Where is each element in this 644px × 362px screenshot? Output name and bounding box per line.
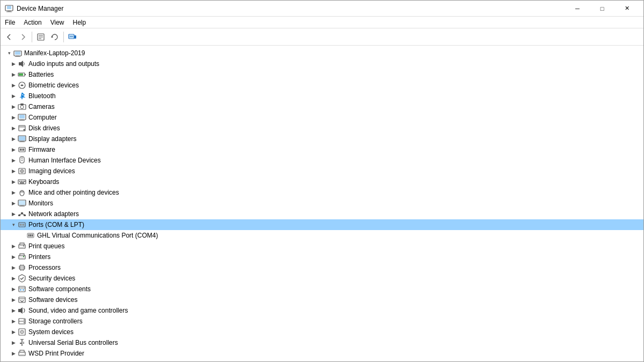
svg-rect-20 [19,73,23,76]
icon-batteries [18,70,26,79]
tree-root[interactable]: ▾ Manifex-Laptop-2019 [1,48,643,58]
update-icon [50,33,59,41]
expand-ports[interactable]: ▾ [9,220,18,229]
tree-item-ports-child1[interactable]: GHL Virtual Communications Port (COM4) [1,230,643,241]
svg-rect-70 [30,234,31,237]
expand-security[interactable]: ▶ [9,274,18,283]
expand-network[interactable]: ▶ [9,210,18,218]
tree-item-wsd[interactable]: ▶WSD Print Provider [1,348,643,359]
tree-item-keyboards[interactable]: ▶Keyboards [1,176,643,187]
menu-view[interactable]: View [46,17,69,28]
back-button[interactable] [3,31,16,43]
icon-softwarecomp [18,285,26,293]
tree-item-system[interactable]: ▶System devices [1,327,643,337]
tree-item-hid[interactable]: ▶Human Interface Devices [1,155,643,166]
icon-hid [18,156,26,165]
expand-wsd[interactable]: ▶ [9,349,18,358]
menu-bar: File Action View Help [1,17,643,28]
label-hid: Human Interface Devices [28,157,101,164]
tree-item-batteries[interactable]: ▶Batteries [1,69,643,80]
tree-item-cameras[interactable]: ▶Cameras [1,101,643,112]
tree-item-monitors[interactable]: ▶Monitors [1,198,643,209]
expand-ports-child1[interactable] [18,231,26,240]
tree-item-firmware[interactable]: ▶Firmware [1,144,643,155]
svg-rect-17 [19,62,21,65]
tree-item-biometric[interactable]: ▶Biometric devices [1,80,643,91]
expand-processors[interactable]: ▶ [9,263,18,272]
icon-security [18,274,26,283]
maximize-button[interactable]: □ [590,1,614,17]
tree-item-network[interactable]: ▶Network adapters [1,209,643,219]
icon-firmware [18,145,26,154]
svg-rect-37 [20,149,21,151]
root-expand[interactable]: ▾ [5,49,13,57]
expand-softwarecomp[interactable]: ▶ [9,285,18,293]
tree-item-bluetooth[interactable]: ▶Bluetooth [1,91,643,101]
expand-usb[interactable]: ▶ [9,338,18,347]
tree-item-security[interactable]: ▶Security devices [1,273,643,284]
icon-usb [18,338,26,347]
svg-rect-73 [20,243,24,245]
svg-rect-57 [20,205,24,206]
expand-bluetooth[interactable]: ▶ [9,92,18,100]
svg-rect-81 [20,266,24,269]
forward-button[interactable] [17,31,30,43]
svg-rect-28 [19,120,25,121]
expand-batteries[interactable]: ▶ [9,70,18,79]
expand-cameras[interactable]: ▶ [9,102,18,111]
expand-firmware[interactable]: ▶ [9,145,18,154]
menu-file[interactable]: File [1,17,19,28]
tree-item-imaging[interactable]: ▶Imaging devices [1,166,643,176]
icon-storage [18,317,26,326]
tree-item-softwarecomp[interactable]: ▶Software components [1,284,643,294]
expand-printq[interactable]: ▶ [9,242,18,250]
expand-hid[interactable]: ▶ [9,156,18,165]
expand-disk[interactable]: ▶ [9,124,18,132]
icon-ports-child1 [26,231,35,240]
tree-item-sound[interactable]: ▶Sound, video and game controllers [1,305,643,316]
expand-softwaredev[interactable]: ▶ [9,295,18,304]
scan-hardware-button[interactable] [66,31,79,43]
tree-item-printers[interactable]: ▶Printers [1,252,643,262]
minimize-button[interactable]: ─ [565,1,590,17]
tree-item-printq[interactable]: ▶Print queues [1,241,643,252]
expand-monitors[interactable]: ▶ [9,199,18,208]
tree-item-mice[interactable]: ▶Mice and other pointing devices [1,187,643,198]
tree-item-disk[interactable]: ▶Disk drives [1,123,643,134]
tree-content[interactable]: ▾ Manifex-Laptop-2019 ▶Audio inputs and … [1,46,643,361]
icon-processors [18,263,26,272]
close-button[interactable]: ✕ [614,1,639,17]
label-keyboards: Keyboards [28,178,59,186]
tree-item-computer[interactable]: ▶Computer [1,112,643,123]
update-driver-button[interactable] [48,31,61,43]
tree-item-audio[interactable]: ▶Audio inputs and outputs [1,58,643,69]
expand-imaging[interactable]: ▶ [9,167,18,175]
expand-storage[interactable]: ▶ [9,317,18,326]
tree-item-softwaredev[interactable]: ▶Software devices [1,294,643,305]
tree-item-ports[interactable]: ▾Ports (COM & LPT) [1,219,643,230]
svg-point-23 [20,106,24,109]
tree-item-display[interactable]: ▶Display adapters [1,134,643,144]
expand-system[interactable]: ▶ [9,328,18,336]
tree-item-usb[interactable]: ▶Universal Serial Bus controllers [1,337,643,348]
tree-item-processors[interactable]: ▶Processors [1,262,643,273]
expand-display[interactable]: ▶ [9,135,18,143]
expand-computer[interactable]: ▶ [9,113,18,122]
expand-printers[interactable]: ▶ [9,253,18,261]
svg-rect-50 [24,181,25,182]
menu-action[interactable]: Action [19,17,46,28]
label-audio: Audio inputs and outputs [28,60,99,68]
expand-audio[interactable]: ▶ [9,60,18,68]
tree-item-storage[interactable]: ▶Storage controllers [1,316,643,327]
menu-help[interactable]: Help [69,17,91,28]
toolbar-separator-1 [32,32,32,42]
svg-line-98 [20,300,22,302]
expand-sound[interactable]: ▶ [9,306,18,315]
expand-biometric[interactable]: ▶ [9,81,18,90]
expand-keyboards[interactable]: ▶ [9,178,18,186]
svg-point-103 [24,320,25,321]
expand-mice[interactable]: ▶ [9,188,18,197]
svg-point-104 [24,322,25,323]
properties-button[interactable] [34,31,47,43]
svg-rect-61 [24,215,26,216]
